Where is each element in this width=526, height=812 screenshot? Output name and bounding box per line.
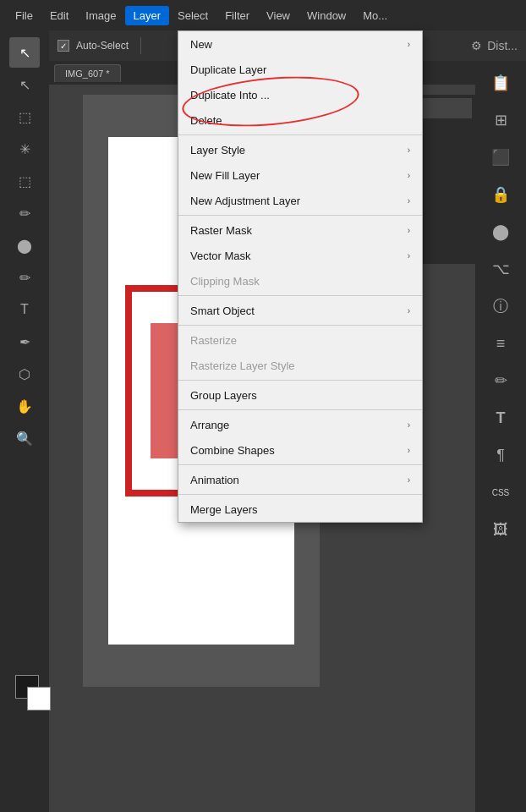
menu-arrow-combine-shapes: › [408,446,410,455]
separator-7 [178,464,422,465]
separator-4 [178,325,422,326]
menu-layer[interactable]: Layer [125,6,170,25]
panel-css-icon[interactable]: CSS [484,475,518,509]
dist-label: Dist... [487,39,518,52]
menu-bar: File Edit Image Layer Select Filter View… [0,0,526,30]
tool-stamp[interactable]: ⬤ [9,230,40,261]
background-color[interactable] [27,687,51,710]
menu-entry-animation-label: Animation [190,474,239,486]
tab-img607[interactable]: IMG_607 * [54,64,121,82]
separator-1 [178,134,422,135]
menu-edit[interactable]: Edit [41,6,77,25]
separator-5 [178,380,422,381]
menu-filter[interactable]: Filter [216,6,258,25]
menu-more[interactable]: Mo... [354,6,396,25]
tool-shape[interactable]: ⬡ [9,359,40,389]
menu-entry-vector-mask[interactable]: Vector Mask › [178,243,422,268]
menu-window[interactable]: Window [299,6,354,25]
menu-entry-delete[interactable]: Delete [178,107,422,133]
menu-entry-rasterize-layer-style-label: Rasterize Layer Style [190,359,295,372]
menu-entry-smart-object[interactable]: Smart Object › [178,298,422,323]
tool-transform[interactable]: ↖ [9,69,40,100]
options-right-icons: ⚙ Dist... [471,39,518,52]
menu-arrow-new-adjustment-layer: › [408,196,410,206]
panel-grid-icon[interactable]: ⊞ [484,103,518,137]
menu-entry-layer-style-label: Layer Style [190,144,245,156]
menu-entry-new-label: New [190,38,212,51]
menu-arrow-animation: › [408,475,410,485]
menu-image[interactable]: Image [77,6,124,25]
separator-6 [178,409,422,410]
tool-lasso[interactable]: ✳ [9,134,40,164]
options-divider [140,37,141,54]
menu-entry-new-adjustment-layer-label: New Adjustment Layer [190,195,300,207]
panel-align-icon[interactable]: ≡ [484,326,518,360]
menu-arrow-layer-style: › [408,145,410,155]
panel-circles-icon[interactable]: ⬤ [484,215,518,249]
menu-entry-new[interactable]: New › [178,31,422,57]
menu-arrow-arrange: › [408,420,410,430]
menu-entry-raster-mask[interactable]: Raster Mask › [178,217,422,243]
menu-arrow-new-fill-layer: › [408,171,410,180]
menu-view[interactable]: View [258,6,299,25]
tool-crop[interactable]: ⬚ [9,166,40,196]
tool-move[interactable]: ↖ [9,37,40,68]
menu-entry-merge-layers[interactable]: Merge Layers [178,497,422,522]
menu-entry-combine-shapes[interactable]: Combine Shapes › [178,437,422,463]
tool-marquee[interactable]: ⬚ [9,102,40,132]
menu-entry-duplicate-layer-label: Duplicate Layer [190,63,266,76]
menu-entry-group-layers-label: Group Layers [190,389,257,402]
menu-entry-merge-layers-label: Merge Layers [190,503,257,516]
menu-entry-clipping-mask: Clipping Mask [178,268,422,294]
menu-file[interactable]: File [7,6,41,25]
tool-type[interactable]: T [9,294,40,325]
menu-entry-duplicate-layer[interactable]: Duplicate Layer [178,57,422,82]
menu-entry-new-fill-layer-label: New Fill Layer [190,169,260,182]
autoselect-label: Auto-Select [76,40,129,52]
tool-brush[interactable]: ✏ [9,198,40,228]
menu-entry-delete-label: Delete [190,114,222,127]
right-panel: 📋 ⊞ ⬛ 🔒 ⬤ ⌥ ⓘ ≡ ✏ T ¶ CSS 🖼 [475,61,526,812]
menu-arrow-raster-mask: › [408,226,410,235]
menu-arrow-smart-object: › [408,306,410,315]
menu-select[interactable]: Select [169,6,216,25]
panel-info-icon[interactable]: ⓘ [484,289,518,323]
menu-entry-raster-mask-label: Raster Mask [190,224,252,237]
panel-para-icon[interactable]: ¶ [484,438,518,472]
panel-nodes-icon[interactable]: ⌥ [484,252,518,286]
panel-layers-icon[interactable]: ⬛ [484,140,518,174]
menu-arrow-vector-mask: › [408,251,410,261]
menu-entry-group-layers[interactable]: Group Layers [178,382,422,408]
panel-lock-icon: 🔒 [484,178,518,211]
tool-hand[interactable]: ✋ [9,391,40,421]
menu-entry-rasterize-label: Rasterize [190,334,237,347]
menu-entry-duplicate-into-label: Duplicate Into ... [190,89,270,102]
menu-entry-animation[interactable]: Animation › [178,467,422,492]
menu-entry-arrange[interactable]: Arrange › [178,412,422,437]
left-toolbar: ↖ ↖ ⬚ ✳ ⬚ ✏ ⬤ ✏ T ✒ ⬡ ✋ 🔍 [0,30,49,812]
menu-entry-new-fill-layer[interactable]: New Fill Layer › [178,162,422,188]
panel-text-icon[interactable]: T [484,401,518,435]
menu-entry-combine-shapes-label: Combine Shapes [190,444,275,457]
autoselect-checkbox[interactable]: ✓ [58,40,69,52]
tool-pen[interactable]: ✒ [9,326,40,357]
separator-2 [178,215,422,216]
tool-zoom[interactable]: 🔍 [9,423,40,453]
menu-entry-duplicate-into[interactable]: Duplicate Into ... [178,82,422,107]
panel-history-icon[interactable]: 📋 [484,66,518,100]
menu-entry-vector-mask-label: Vector Mask [190,250,251,262]
color-boxes [15,675,51,710]
menu-entry-rasterize: Rasterize [178,327,422,353]
tool-eraser[interactable]: ✏ [9,262,40,293]
menu-entry-arrange-label: Arrange [190,419,229,431]
panel-image-icon[interactable]: 🖼 [484,513,518,546]
panel-brush2-icon[interactable]: ✏ [484,364,518,398]
separator-3 [178,295,422,296]
layer-dropdown-menu: New › Duplicate Layer Duplicate Into ...… [178,30,423,523]
menu-arrow-new: › [408,40,410,49]
menu-entry-clipping-mask-label: Clipping Mask [190,275,260,288]
controls-icon: ⚙ [471,39,482,52]
menu-entry-layer-style[interactable]: Layer Style › [178,137,422,162]
menu-entry-new-adjustment-layer[interactable]: New Adjustment Layer › [178,188,422,213]
separator-8 [178,494,422,495]
